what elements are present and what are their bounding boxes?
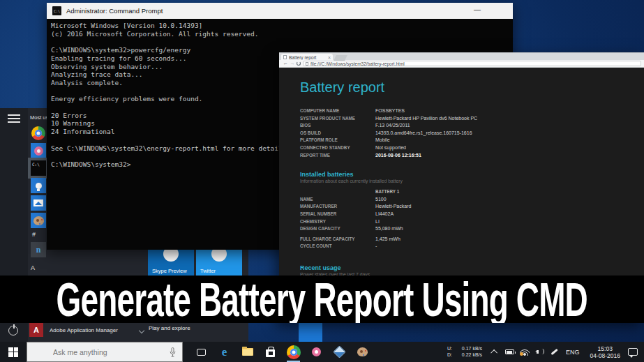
info-label: SYSTEM PRODUCT NAME: [300, 115, 375, 123]
start-app-command-prompt[interactable]: C:\: [31, 160, 46, 176]
document-icon: [306, 62, 308, 66]
forward-icon[interactable]: →: [289, 60, 296, 67]
address-bar[interactable]: file:///C:/Windows/system32/battery-repo…: [303, 61, 641, 66]
info-value: 14393.0.amd64fre.rs1_release.160715-1616: [375, 130, 472, 137]
battery-column-header: BATTERY 1: [375, 188, 399, 196]
tab-close-icon[interactable]: ×: [328, 55, 331, 60]
start-app-n[interactable]: n: [31, 242, 46, 257]
download-speed: 0.22 kB/s: [456, 352, 482, 359]
new-tab-button[interactable]: [334, 55, 347, 61]
cmd-window-title: Administrator: Command Prompt: [66, 7, 163, 15]
banner: Generate Battery Report Using CMD: [0, 276, 644, 323]
start-app-photos[interactable]: [31, 195, 46, 211]
battery-label: FULL CHARGE CAPACITY: [300, 236, 375, 243]
partial-tile-fragment[interactable]: [299, 322, 322, 342]
info-value: Not supported: [375, 144, 406, 152]
info-label: COMPUTER NAME: [300, 107, 375, 115]
search-input[interactable]: [27, 348, 153, 356]
tray-overflow-chevron-icon[interactable]: [491, 349, 497, 356]
start-app-chrome[interactable]: [31, 126, 46, 141]
power-button[interactable]: [8, 326, 18, 335]
section-header-a: A: [31, 264, 35, 271]
taskbar-apps: e: [190, 342, 374, 362]
language-indicator[interactable]: ENG: [566, 349, 580, 356]
recent-usage-heading: Recent usage: [300, 264, 644, 271]
section-header-hash: #: [32, 231, 36, 238]
volume-tray-button[interactable]: [535, 348, 544, 356]
info-label: CONNECTED STANDBY: [300, 144, 375, 152]
battery-label: MANUFACTURER: [300, 203, 375, 211]
info-label: OS BUILD: [300, 130, 375, 137]
chrome-icon: [31, 126, 45, 140]
refresh-icon[interactable]: [297, 61, 301, 66]
task-view-button[interactable]: [190, 342, 213, 362]
taskbar-search[interactable]: [27, 342, 183, 362]
tile-label: Twitter: [200, 268, 216, 274]
hamburger-menu-icon[interactable]: [8, 114, 20, 123]
edge-button[interactable]: e: [213, 342, 236, 362]
start-app-paint[interactable]: [31, 213, 46, 228]
installed-batteries-heading: Installed batteries: [300, 171, 644, 178]
info-value: F.13 04/25/2011: [375, 122, 410, 130]
tab-title: Battery report: [289, 55, 327, 60]
banner-text: Generate Battery Report Using CMD: [57, 276, 587, 323]
upload-speed: 0.17 kB/s: [456, 346, 482, 352]
app-label: Adobe Application Manager: [50, 327, 118, 333]
tab-battery-report[interactable]: Battery report ×: [281, 54, 333, 61]
page-title: Battery report: [300, 80, 644, 96]
clock[interactable]: 15:03 04-08-2016: [590, 345, 620, 359]
cmd-titlebar[interactable]: C:\ Administrator: Command Prompt —: [47, 3, 513, 19]
edge-icon: e: [222, 345, 227, 359]
store-button[interactable]: [259, 342, 282, 362]
installed-batteries-subtitle: Information about each currently install…: [300, 179, 644, 183]
wifi-icon: [520, 348, 530, 356]
speaker-icon: [535, 348, 544, 356]
chevron-down-icon[interactable]: [139, 328, 144, 333]
battery-value: 1,425 mWh: [375, 236, 400, 243]
n-app-icon: n: [31, 242, 46, 257]
info-label: REPORT TIME: [300, 152, 375, 160]
folder-icon: [242, 348, 253, 356]
back-icon[interactable]: ←: [282, 60, 289, 67]
info-value: Mobile: [375, 137, 390, 144]
skype-button[interactable]: [305, 342, 328, 362]
paint-palette-icon: [33, 216, 44, 225]
start-app-skype[interactable]: [31, 143, 46, 158]
chrome-icon: [287, 345, 301, 359]
start-button[interactable]: [0, 342, 27, 362]
start-app-adobe-manager[interactable]: A Adobe Application Manager: [29, 323, 118, 337]
system-tray: U:D: 0.17 kB/s0.22 kB/s ENG 15:03 04-08-…: [447, 342, 644, 362]
battery-value: LI4402A: [375, 211, 394, 218]
battery-icon: [505, 349, 514, 354]
photos-icon: [33, 199, 43, 206]
microphone-icon[interactable]: [170, 347, 176, 357]
pen-tray-button[interactable]: [550, 348, 557, 356]
battery-label: DESIGN CAPACITY: [300, 225, 375, 233]
lightbulb-icon: [36, 183, 42, 189]
taskbar: e U:D: 0.17 kB/s0.22 kB/s ENG 15:03 04-0…: [0, 342, 644, 362]
file-explorer-button[interactable]: [236, 342, 259, 362]
info-value: 2016-08-06 12:16:51: [375, 152, 421, 160]
virtualbox-cube-icon: [333, 345, 345, 358]
url-text: file:///C:/Windows/system32/battery-repo…: [310, 61, 405, 66]
battery-value: -: [375, 243, 377, 250]
page-favicon: [283, 55, 287, 59]
virtualbox-button[interactable]: [328, 342, 351, 362]
battery-label: SERIAL NUMBER: [300, 211, 375, 218]
store-bag-icon: [266, 349, 275, 357]
task-view-icon: [197, 349, 206, 356]
battery-tray-button[interactable]: [505, 349, 514, 354]
battery-label: CYCLE COUNT: [300, 243, 375, 250]
pen-icon: [550, 348, 557, 356]
start-app-tips[interactable]: [31, 178, 46, 193]
minimize-button[interactable]: —: [470, 4, 485, 17]
action-center-icon[interactable]: [628, 348, 638, 356]
chrome-button[interactable]: [282, 342, 305, 362]
cmd-icon: C:\: [31, 160, 46, 176]
play-and-explore-header: Play and explore: [149, 325, 190, 331]
info-label: PLATFORM ROLE: [300, 137, 375, 144]
wifi-tray-button[interactable]: [520, 348, 530, 356]
skype-icon: [312, 347, 321, 356]
upload-label: U:: [447, 346, 452, 352]
paint-button[interactable]: [351, 342, 374, 362]
